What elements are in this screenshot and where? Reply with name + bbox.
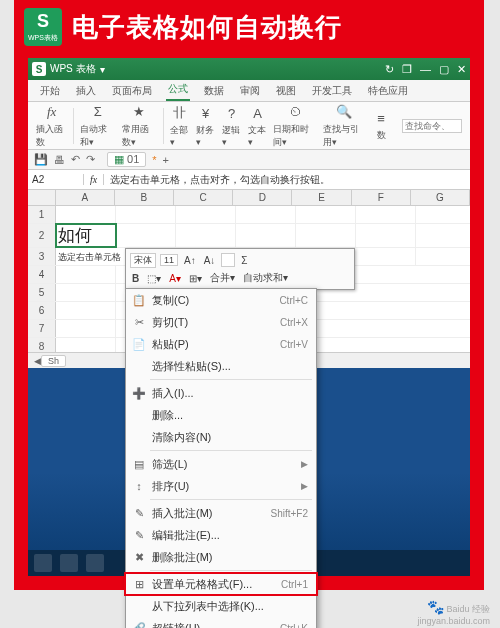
- save-icon[interactable]: 💾: [34, 153, 48, 166]
- text-fn-button[interactable]: A文本▾: [248, 104, 268, 147]
- menu-item[interactable]: 选择性粘贴(S)...: [126, 355, 316, 377]
- formula-text[interactable]: 选定右击单元格，点击对齐，勾选自动换行按钮。: [104, 173, 470, 187]
- decrease-font-button[interactable]: A↓: [202, 255, 218, 266]
- menu-item-label: 清除内容(N): [148, 430, 308, 445]
- col-g[interactable]: G: [411, 190, 470, 205]
- close-icon[interactable]: ✕: [457, 63, 466, 76]
- sheet-tab[interactable]: Sh: [41, 355, 66, 367]
- menu-item[interactable]: ⊞设置单元格格式(F)...Ctrl+1: [126, 573, 316, 595]
- tab-view[interactable]: 视图: [274, 81, 298, 101]
- formula-bar: A2 fx 选定右击单元格，点击对齐，勾选自动换行按钮。: [28, 170, 470, 190]
- insert-function-button[interactable]: fx插入函数: [36, 103, 67, 149]
- row-header[interactable]: 6: [28, 302, 56, 319]
- undo-icon[interactable]: ↶: [71, 153, 80, 166]
- submenu-arrow-icon: ▶: [297, 459, 308, 469]
- common-fn-button[interactable]: ★常用函数▾: [122, 103, 157, 149]
- border-button[interactable]: ⊞▾: [187, 273, 204, 284]
- new-tab-button[interactable]: +: [163, 154, 169, 166]
- app-name: S WPS 表格 ▾: [32, 62, 105, 76]
- tab-special[interactable]: 特色应用: [366, 81, 410, 101]
- select-all-corner[interactable]: [28, 190, 56, 205]
- fx-label[interactable]: fx: [84, 174, 104, 185]
- row-header[interactable]: 5: [28, 284, 56, 301]
- autosum-button[interactable]: Σ自动求和▾: [80, 103, 115, 149]
- lookup-fn-button[interactable]: 🔍查找与引用▾: [323, 103, 366, 149]
- tab-home[interactable]: 开始: [38, 81, 62, 101]
- merge-button[interactable]: 合并▾: [208, 271, 237, 285]
- minimize-icon[interactable]: —: [420, 63, 431, 76]
- taskbar-item[interactable]: [34, 554, 52, 572]
- font-select[interactable]: 宋体: [130, 253, 156, 268]
- increase-font-button[interactable]: A↑: [182, 255, 198, 266]
- tutorial-title: 电子表格如何自动换行: [72, 10, 342, 45]
- row-header[interactable]: 3: [28, 248, 56, 265]
- col-d[interactable]: D: [233, 190, 292, 205]
- datetime-fn-button[interactable]: ⏲日期和时间▾: [273, 103, 316, 149]
- print-icon[interactable]: 🖶: [54, 154, 65, 166]
- row-header[interactable]: 1: [28, 206, 56, 223]
- menu-item[interactable]: ✎编辑批注(E)...: [126, 524, 316, 546]
- math-fn-button[interactable]: ≡数: [372, 109, 390, 142]
- menu-item[interactable]: ▤筛选(L)▶: [126, 453, 316, 475]
- fill-color-button[interactable]: [221, 253, 235, 267]
- name-box[interactable]: A2: [28, 174, 84, 185]
- cell[interactable]: [56, 206, 116, 223]
- menu-item[interactable]: ✖删除批注(M): [126, 546, 316, 568]
- menu-item[interactable]: 从下拉列表中选择(K)...: [126, 595, 316, 617]
- font-size-select[interactable]: 11: [160, 254, 178, 266]
- menu-item-shortcut: Ctrl+K: [280, 623, 308, 629]
- col-b[interactable]: B: [115, 190, 174, 205]
- col-f[interactable]: F: [352, 190, 411, 205]
- row-header[interactable]: 7: [28, 320, 56, 337]
- menu-item[interactable]: 🔗超链接(H)...Ctrl+K: [126, 617, 316, 628]
- text-icon: A: [249, 104, 267, 122]
- watermark-url: jingyan.baidu.com: [417, 616, 490, 626]
- menu-item[interactable]: ↕排序(U)▶: [126, 475, 316, 497]
- titlebar-dropdown-icon[interactable]: ▾: [100, 64, 105, 75]
- menu-item[interactable]: ✂剪切(T)Ctrl+X: [126, 311, 316, 333]
- row-header[interactable]: 4: [28, 266, 56, 283]
- menu-item[interactable]: 删除...: [126, 404, 316, 426]
- taskbar-item[interactable]: [60, 554, 78, 572]
- menu-item-label: 超链接(H)...: [148, 621, 280, 629]
- tab-formula[interactable]: 公式: [166, 79, 190, 101]
- clock-icon: ⏲: [286, 103, 304, 121]
- menu-item[interactable]: ✎插入批注(M)Shift+F2: [126, 502, 316, 524]
- menu-item-label: 设置单元格格式(F)...: [148, 577, 281, 592]
- redo-icon[interactable]: ↷: [86, 153, 95, 166]
- col-c[interactable]: C: [174, 190, 233, 205]
- menu-item[interactable]: 📋复制(C)Ctrl+C: [126, 289, 316, 311]
- baidu-paw-icon: 🐾: [427, 599, 444, 615]
- maximize-icon[interactable]: ▢: [439, 63, 449, 76]
- col-a[interactable]: A: [56, 190, 115, 205]
- search-input[interactable]: [402, 119, 462, 133]
- sheet-nav-prev[interactable]: ◀: [34, 356, 41, 366]
- font-color-button[interactable]: A▾: [167, 273, 183, 284]
- autosum-dropdown[interactable]: 自动求和▾: [241, 271, 290, 285]
- menu-item-label: 排序(U): [148, 479, 297, 494]
- menu-item-label: 从下拉列表中选择(K)...: [148, 599, 308, 614]
- tab-insert[interactable]: 插入: [74, 81, 98, 101]
- bold-button[interactable]: B: [130, 273, 141, 284]
- watermark-brand: Baidu 经验: [446, 604, 490, 614]
- taskbar-item[interactable]: [86, 554, 104, 572]
- menu-item[interactable]: ➕插入(I)...: [126, 382, 316, 404]
- finance-fn-button[interactable]: ¥财务▾: [196, 104, 216, 147]
- restore-icon[interactable]: ❐: [402, 63, 412, 76]
- all-fn-button[interactable]: ⻀全部▾: [170, 104, 190, 147]
- sync-icon[interactable]: ↻: [385, 63, 394, 76]
- logic-fn-button[interactable]: ?逻辑▾: [222, 104, 242, 147]
- menu-item[interactable]: 📄粘贴(P)Ctrl+V: [126, 333, 316, 355]
- doc-tab[interactable]: ▦ 01: [107, 152, 146, 167]
- tab-review[interactable]: 审阅: [238, 81, 262, 101]
- cell-a2[interactable]: 如何: [56, 224, 116, 247]
- col-e[interactable]: E: [292, 190, 351, 205]
- row-header[interactable]: 2: [28, 224, 56, 247]
- tab-data[interactable]: 数据: [202, 81, 226, 101]
- font-fill-button[interactable]: ⬚▾: [145, 273, 163, 284]
- menu-item-label: 复制(C): [148, 293, 279, 308]
- tab-dev[interactable]: 开发工具: [310, 81, 354, 101]
- menu-item[interactable]: 清除内容(N): [126, 426, 316, 448]
- tab-layout[interactable]: 页面布局: [110, 81, 154, 101]
- row-header[interactable]: 8: [28, 338, 56, 352]
